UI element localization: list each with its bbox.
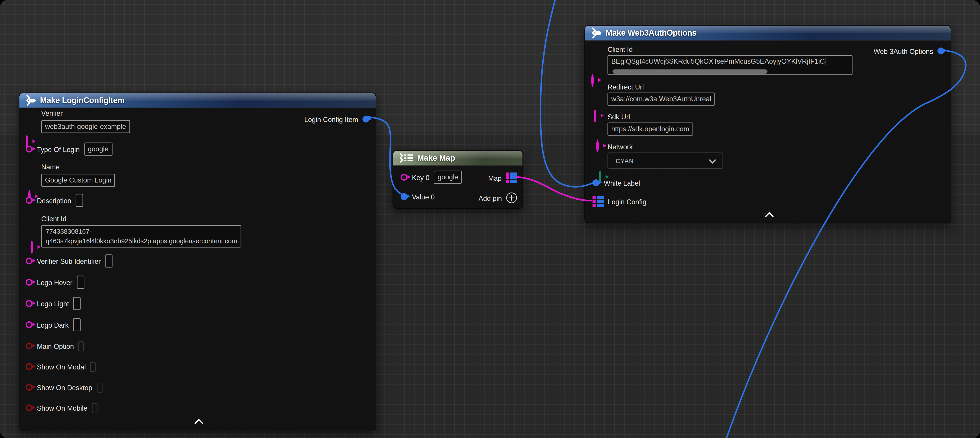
pin-row-logo-light: Logo Light — [25, 297, 81, 310]
collapse-chevron-icon[interactable] — [194, 419, 203, 428]
collapse-chevron-icon[interactable] — [765, 212, 774, 221]
blueprint-graph-canvas[interactable]: Make LoginConfigItem Login Config Item V… — [0, 0, 980, 438]
make-struct-icon — [25, 96, 36, 105]
pin-show-on-modal[interactable] — [25, 363, 32, 370]
input-redirect-url[interactable]: w3a://com.w3a.Web3AuthUnreal — [608, 92, 715, 106]
input-client-id[interactable]: BEglQSgt4cUWcj6SKRdu5QkOXTsePmMcusG5EAoy… — [608, 55, 853, 75]
pin-client-id[interactable] — [31, 241, 33, 254]
checkbox-show-on-modal[interactable] — [90, 362, 96, 372]
pin-row-type-of-login: Type Of Login google — [25, 142, 112, 156]
pin-web3auth-options-output[interactable] — [937, 48, 944, 54]
pin-row-main-option: Main Option — [25, 339, 84, 352]
make-struct-icon — [590, 28, 601, 37]
label-redirect-url: Redirect Url — [608, 83, 644, 91]
hscrollbar-client-id[interactable] — [612, 69, 767, 74]
output-row-web3auth-options: Web 3Auth Options — [873, 44, 944, 57]
add-pin-icon[interactable] — [506, 193, 517, 203]
label-show-on-desktop: Show On Desktop — [37, 384, 92, 391]
checkbox-show-on-mobile[interactable] — [92, 403, 97, 413]
pin-row-white-label: White Label — [593, 176, 640, 190]
pin-redirect-url[interactable] — [594, 110, 596, 123]
label-logo-light: Logo Light — [37, 300, 69, 307]
pin-key0[interactable] — [401, 174, 407, 181]
pin-row-description: Description — [25, 194, 83, 207]
node-title: Make LoginConfigItem — [40, 96, 125, 105]
pin-map-output[interactable] — [506, 173, 517, 183]
input-type-of-login[interactable]: google — [84, 142, 112, 156]
add-pin-row: Add pin — [479, 191, 517, 204]
label-value0: Value 0 — [412, 193, 435, 200]
input-client-id[interactable]: 774338308167- q463s7kpvja16l4l0kko3nb925… — [41, 225, 242, 247]
label-white-label: White Label — [604, 179, 640, 187]
node-make-web3authoptions[interactable]: Make Web3AuthOptions Web 3Auth Options C… — [584, 25, 951, 223]
pin-login-config-item-output[interactable] — [363, 116, 369, 123]
text-caret — [825, 58, 826, 65]
chevron-down-icon — [709, 156, 716, 163]
node-title: Make Map — [417, 153, 455, 162]
pin-row-logo-dark: Logo Dark — [25, 318, 81, 331]
label-description: Description — [37, 196, 72, 204]
checkbox-main-option[interactable] — [78, 341, 84, 351]
label-network: Network — [608, 143, 633, 151]
input-verifier[interactable]: web3auth-google-example — [41, 120, 130, 133]
checkbox-show-on-desktop[interactable] — [97, 382, 102, 392]
node-make-map[interactable]: Make Map Key 0 google Value 0 Map Add pi… — [393, 150, 523, 209]
input-sdk-url[interactable]: https://sdk.openlogin.com — [608, 123, 693, 135]
add-pin-label: Add pin — [479, 194, 502, 202]
pin-logo-dark[interactable] — [25, 322, 32, 328]
output-label-map: Map — [488, 174, 501, 182]
label-client-id: Client Id — [608, 46, 633, 53]
pin-row-key0: Key 0 google — [401, 171, 462, 184]
network-dropdown[interactable]: CYAN — [608, 153, 723, 169]
input-name[interactable]: Google Custom Login — [41, 174, 115, 187]
label-logo-dark: Logo Dark — [37, 321, 69, 328]
label-type-of-login: Type Of Login — [37, 145, 80, 153]
pin-description[interactable] — [25, 197, 32, 204]
input-logo-hover[interactable] — [77, 276, 84, 289]
input-description[interactable] — [76, 194, 83, 207]
blueprint-graph-viewport: Make LoginConfigItem Login Config Item V… — [0, 0, 980, 438]
label-show-on-modal: Show On Modal — [37, 363, 86, 370]
pin-client-id[interactable] — [591, 74, 594, 87]
pin-show-on-mobile[interactable] — [25, 405, 32, 411]
input-key0[interactable]: google — [434, 171, 462, 184]
label-login-config: Login Config — [608, 198, 646, 205]
input-logo-light[interactable] — [73, 297, 81, 310]
input-logo-dark[interactable] — [73, 318, 81, 331]
input-verifier-sub-identifier[interactable] — [105, 254, 113, 268]
pin-logo-light[interactable] — [25, 300, 32, 307]
pin-row-verifier-sub-identifier: Verifier Sub Identifier — [25, 254, 113, 268]
label-logo-hover: Logo Hover — [37, 279, 73, 286]
pin-row-value0: Value 0 — [401, 190, 434, 203]
pin-row-logo-hover: Logo Hover — [25, 276, 84, 289]
wire-map-to-login-config[interactable] — [516, 177, 591, 201]
node-header-make-map[interactable]: Make Map — [393, 151, 522, 166]
pin-row-login-config: Login Config — [593, 195, 646, 208]
pin-verifier-sub-identifier[interactable] — [25, 258, 32, 264]
make-map-icon — [399, 153, 413, 162]
pin-row-show-on-desktop: Show On Desktop — [25, 381, 102, 394]
pin-row-show-on-mobile: Show On Mobile — [25, 401, 97, 414]
pin-white-label[interactable] — [593, 179, 600, 186]
node-header-make-loginconfigitem[interactable]: Make LoginConfigItem — [19, 93, 375, 108]
label-verifier: Verifier — [41, 110, 62, 117]
node-title: Make Web3AuthOptions — [606, 28, 697, 37]
pin-logo-hover[interactable] — [25, 279, 32, 286]
label-key0: Key 0 — [412, 174, 430, 181]
pin-value0[interactable] — [401, 193, 407, 200]
output-label: Web 3Auth Options — [873, 47, 933, 55]
pin-sdk-url[interactable] — [596, 139, 598, 153]
output-row-map: Map — [488, 171, 517, 185]
pin-show-on-desktop[interactable] — [25, 384, 32, 391]
label-client-id: Client Id — [41, 215, 66, 223]
pin-main-option[interactable] — [25, 342, 32, 349]
node-header-make-web3authoptions[interactable]: Make Web3AuthOptions — [585, 25, 951, 40]
label-verifier-sub-identifier: Verifier Sub Identifier — [37, 257, 101, 265]
output-label: Login Config Item — [304, 115, 358, 123]
label-sdk-url: Sdk Url — [608, 113, 630, 121]
label-main-option: Main Option — [37, 342, 74, 350]
pin-login-config[interactable] — [593, 196, 603, 207]
node-make-loginconfigitem[interactable]: Make LoginConfigItem Login Config Item V… — [19, 92, 376, 431]
pin-type-of-login[interactable] — [25, 145, 32, 153]
pin-row-show-on-modal: Show On Modal — [25, 360, 96, 373]
